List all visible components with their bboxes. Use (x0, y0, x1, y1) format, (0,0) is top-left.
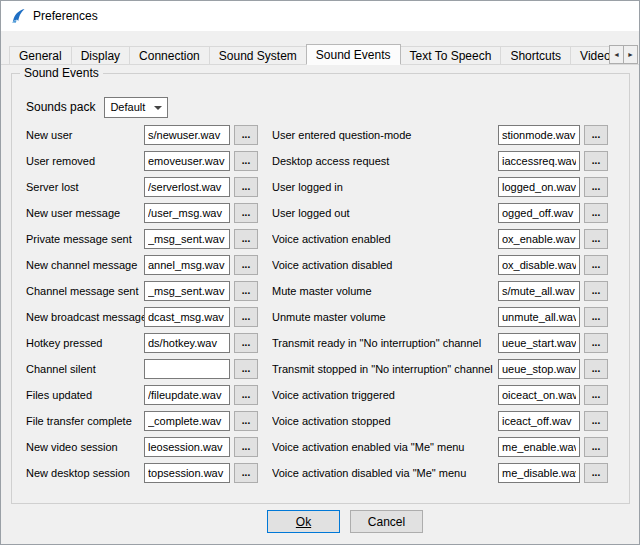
browse-button[interactable]: ... (584, 385, 608, 405)
event-row: User removed... (26, 148, 258, 174)
browse-button[interactable]: ... (234, 307, 258, 327)
event-label: New channel message (26, 259, 144, 271)
event-label: User removed (26, 155, 144, 167)
ok-button-label: Ok (296, 515, 311, 529)
tab-sound-events[interactable]: Sound Events (306, 44, 401, 65)
event-row: Transmit ready in "No interruption" chan… (272, 330, 608, 356)
browse-button[interactable]: ... (234, 255, 258, 275)
event-file-input[interactable] (498, 463, 580, 483)
tab-display[interactable]: Display (71, 46, 130, 65)
browse-button[interactable]: ... (584, 177, 608, 197)
tab-connection[interactable]: Connection (129, 46, 210, 65)
tab-scroll-control: ◄ ► (609, 45, 638, 64)
event-file-input[interactable] (498, 151, 580, 171)
cancel-button[interactable]: Cancel (350, 510, 423, 533)
event-row: Desktop access request... (272, 148, 608, 174)
chevron-down-icon (154, 106, 162, 110)
event-file-input[interactable] (498, 281, 580, 301)
event-label: Channel message sent (26, 285, 144, 297)
event-file-input[interactable] (144, 151, 230, 171)
event-file-input[interactable] (498, 333, 580, 353)
browse-button[interactable]: ... (584, 125, 608, 145)
event-row: Voice activation disabled via "Me" menu.… (272, 460, 608, 486)
tab-strip: General Display Connection Sound System … (9, 44, 611, 65)
event-file-input[interactable] (144, 177, 230, 197)
tab-sound-system[interactable]: Sound System (209, 46, 307, 65)
browse-button[interactable]: ... (234, 281, 258, 301)
browse-button[interactable]: ... (584, 203, 608, 223)
event-row: Voice activation disabled... (272, 252, 608, 278)
event-label: New video session (26, 441, 144, 453)
browse-button[interactable]: ... (584, 229, 608, 249)
event-file-input[interactable] (144, 125, 230, 145)
browse-button[interactable]: ... (234, 463, 258, 483)
browse-button[interactable]: ... (234, 359, 258, 379)
event-file-input[interactable] (498, 307, 580, 327)
browse-button[interactable]: ... (584, 411, 608, 431)
event-file-input[interactable] (498, 437, 580, 457)
event-file-input[interactable] (498, 255, 580, 275)
tab-bar: General Display Connection Sound System … (1, 44, 639, 65)
sounds-pack-select[interactable]: Default (104, 97, 168, 118)
event-row: Voice activation stopped... (272, 408, 608, 434)
event-file-input[interactable] (144, 411, 230, 431)
ok-button[interactable]: Ok (267, 510, 340, 533)
browse-button[interactable]: ... (584, 307, 608, 327)
tab-shortcuts[interactable]: Shortcuts (500, 46, 571, 65)
event-row: Channel message sent... (26, 278, 258, 304)
event-row: Voice activation enabled via "Me" menu..… (272, 434, 608, 460)
browse-button[interactable]: ... (234, 177, 258, 197)
event-row: Mute master volume... (272, 278, 608, 304)
browse-button[interactable]: ... (234, 229, 258, 249)
event-file-input[interactable] (144, 463, 230, 483)
browse-button[interactable]: ... (234, 125, 258, 145)
event-file-input[interactable] (498, 411, 580, 431)
event-file-input[interactable] (498, 177, 580, 197)
event-file-input[interactable] (144, 333, 230, 353)
browse-button[interactable]: ... (584, 437, 608, 457)
browse-button[interactable]: ... (584, 151, 608, 171)
event-file-input[interactable] (144, 229, 230, 249)
event-file-input[interactable] (144, 203, 230, 223)
tab-scroll-right-button[interactable]: ► (623, 45, 638, 64)
browse-button[interactable]: ... (234, 437, 258, 457)
browse-button[interactable]: ... (234, 385, 258, 405)
event-file-input[interactable] (498, 203, 580, 223)
event-label: Hotkey pressed (26, 337, 144, 349)
event-file-input[interactable] (498, 359, 580, 379)
tab-video[interactable]: Video (570, 46, 611, 65)
browse-button[interactable]: ... (584, 255, 608, 275)
event-label: Channel silent (26, 363, 144, 375)
event-file-input[interactable] (144, 437, 230, 457)
event-row: Transmit stopped in "No interruption" ch… (272, 356, 608, 382)
event-label: Voice activation disabled via "Me" menu (272, 467, 498, 479)
tab-general[interactable]: General (9, 46, 72, 65)
event-file-input[interactable] (144, 385, 230, 405)
browse-button[interactable]: ... (584, 333, 608, 353)
event-file-input[interactable] (144, 255, 230, 275)
event-file-input[interactable] (144, 307, 230, 327)
event-label: Transmit stopped in "No interruption" ch… (272, 363, 498, 375)
event-file-input[interactable] (144, 359, 230, 379)
browse-button[interactable]: ... (234, 411, 258, 431)
event-file-input[interactable] (144, 281, 230, 301)
browse-button[interactable]: ... (584, 359, 608, 379)
window-title: Preferences (33, 9, 98, 23)
event-label: New broadcast message (26, 311, 144, 323)
browse-button[interactable]: ... (234, 333, 258, 353)
event-file-input[interactable] (498, 125, 580, 145)
event-file-input[interactable] (498, 385, 580, 405)
event-label: Voice activation triggered (272, 389, 498, 401)
tab-scroll-left-button[interactable]: ◄ (609, 45, 624, 64)
event-row: New channel message... (26, 252, 258, 278)
browse-button[interactable]: ... (584, 281, 608, 301)
event-row: Server lost... (26, 174, 258, 200)
event-row: Voice activation triggered... (272, 382, 608, 408)
browse-button[interactable]: ... (234, 151, 258, 171)
tab-text-to-speech[interactable]: Text To Speech (400, 46, 502, 65)
event-file-input[interactable] (498, 229, 580, 249)
event-row: Private message sent... (26, 226, 258, 252)
event-label: Voice activation disabled (272, 259, 498, 271)
browse-button[interactable]: ... (584, 463, 608, 483)
browse-button[interactable]: ... (234, 203, 258, 223)
